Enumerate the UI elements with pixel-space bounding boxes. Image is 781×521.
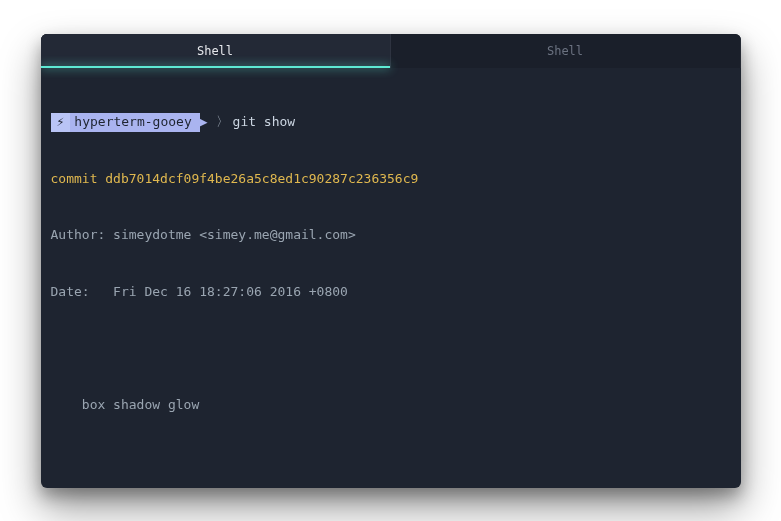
terminal-window: Shell Shell ⚡hyperterm-gooey▶〉git show c…: [41, 34, 741, 488]
tab-label: Shell: [197, 44, 233, 58]
titlebar: Shell Shell: [41, 34, 741, 68]
tab-bar: Shell Shell: [41, 34, 741, 68]
blank-line: [51, 452, 731, 471]
date-line: Date: Fri Dec 16 18:27:06 2016 +0800: [51, 283, 731, 302]
terminal-body[interactable]: ⚡hyperterm-gooey▶〉git show commit ddb701…: [41, 68, 741, 488]
author-line: Author: simeydotme <simey.me@gmail.com>: [51, 226, 731, 245]
prompt-path: hyperterm-gooey: [70, 113, 199, 132]
tab-shell-inactive[interactable]: Shell: [391, 34, 741, 68]
prompt-line: ⚡hyperterm-gooey▶〉git show: [51, 113, 731, 132]
blank-line: [51, 339, 731, 358]
command-text: git show: [233, 113, 296, 132]
prompt-separator: 〉: [216, 113, 229, 132]
commit-msg-title: box shadow glow: [51, 396, 731, 415]
prompt-lightning-icon: ⚡: [51, 113, 71, 132]
tab-label: Shell: [547, 44, 583, 58]
commit-hash: commit ddb7014dcf09f4be26a5c8ed1c90287c2…: [51, 170, 731, 189]
tab-shell-active[interactable]: Shell: [41, 34, 391, 68]
prompt-arrow-icon: ▶: [200, 113, 208, 132]
